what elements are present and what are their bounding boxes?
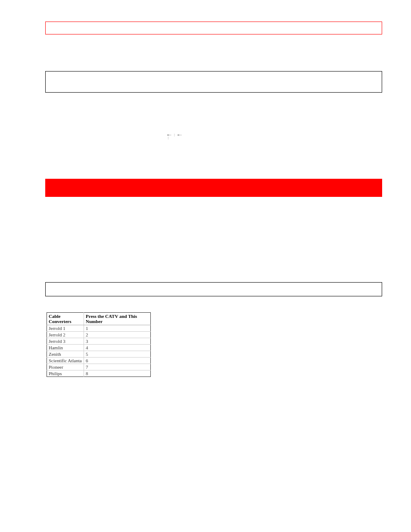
black-outline-box-1 [45, 71, 382, 93]
table-cell-name: Jerrold 3 [47, 338, 84, 345]
table-row: Zenith 5 [47, 351, 151, 358]
red-filled-bar [45, 179, 382, 197]
table-cell-num: 3 [84, 338, 151, 345]
table-cell-name: Jerrold 1 [47, 325, 84, 332]
red-outline-box [45, 22, 382, 34]
table-cell-name: Zenith [47, 351, 84, 358]
table-row: Philips 8 [47, 370, 151, 377]
table-header-2: Press the CATV and This Number [84, 313, 151, 325]
table-cell-num: 5 [84, 351, 151, 358]
table-row: Pioneer 7 [47, 364, 151, 370]
black-outline-box-2 [45, 282, 382, 296]
table-cell-name: Pioneer [47, 364, 84, 370]
table-cell-num: 8 [84, 370, 151, 377]
table-row: Jerrold 3 3 [47, 338, 151, 345]
table-row: Jerrold 1 1 [47, 325, 151, 332]
table-cell-name: Philips [47, 370, 84, 377]
small-diagram-icon: ≡— : ≡— : [167, 134, 182, 144]
table-row: Hamlin 4 [47, 345, 151, 351]
table-cell-name: Hamlin [47, 345, 84, 351]
table-cell-num: 2 [84, 332, 151, 338]
table-row: Scientific Atlanta 6 [47, 358, 151, 364]
table-cell-num: 6 [84, 358, 151, 364]
cable-converters-table: Cable Converters Press the CATV and This… [47, 312, 151, 377]
table-cell-name: Scientific Atlanta [47, 358, 84, 364]
table-row: Jerrold 2 2 [47, 332, 151, 338]
table-cell-num: 7 [84, 364, 151, 370]
table-cell-num: 4 [84, 345, 151, 351]
table-header-1: Cable Converters [47, 313, 84, 325]
table-cell-name: Jerrold 2 [47, 332, 84, 338]
table-cell-num: 1 [84, 325, 151, 332]
